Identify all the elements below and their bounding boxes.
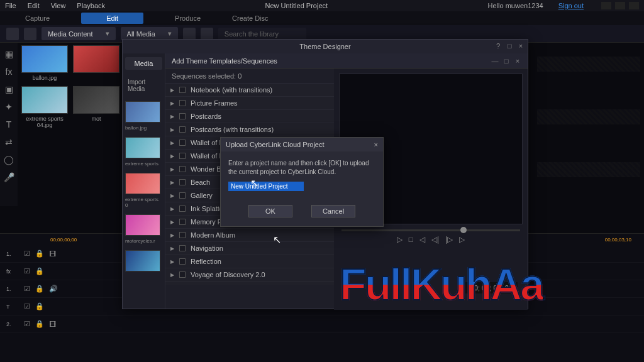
media-tab[interactable]: Media: [125, 57, 162, 70]
minimize-icon[interactable]: —: [491, 57, 499, 65]
tab-edit[interactable]: Edit: [81, 13, 143, 24]
checkbox[interactable]: [179, 192, 186, 199]
theme-thumb[interactable]: [125, 214, 160, 236]
media-thumb[interactable]: extreme sports 04.jpg: [21, 86, 68, 128]
play-icon[interactable]: ▷: [397, 235, 402, 244]
expand-icon[interactable]: ▶: [170, 153, 174, 159]
lock-icon[interactable]: 🔒: [35, 267, 44, 275]
cancel-button[interactable]: Cancel: [311, 205, 355, 217]
checkbox[interactable]: [179, 179, 186, 185]
project-name-input[interactable]: New Untitled Project: [228, 182, 304, 191]
theme-titlebar[interactable]: Theme Designer ? □ ×: [123, 40, 528, 53]
visibility-icon[interactable]: ☑: [24, 320, 30, 328]
visibility-icon[interactable]: ☑: [24, 302, 30, 310]
maximize-icon[interactable]: □: [502, 57, 510, 65]
transition-icon[interactable]: ⇄: [4, 137, 14, 147]
expand-icon[interactable]: ▶: [170, 259, 174, 265]
expand-icon[interactable]: ▶: [170, 206, 174, 212]
close-icon[interactable]: [629, 2, 639, 9]
minimize-icon[interactable]: [601, 2, 611, 9]
lock-icon[interactable]: 🔒: [35, 250, 44, 258]
import-media-button[interactable]: Import Media: [125, 75, 162, 96]
lock-icon[interactable]: 🔒: [35, 302, 44, 310]
audio-icon[interactable]: ◯: [4, 155, 14, 165]
lock-icon[interactable]: 🔒: [35, 320, 44, 328]
checkbox[interactable]: [179, 126, 186, 133]
menu-file[interactable]: File: [5, 2, 16, 9]
help-icon[interactable]: ?: [494, 42, 502, 51]
fx-icon[interactable]: fx: [4, 67, 14, 77]
expand-icon[interactable]: ▶: [170, 193, 174, 199]
media-thumb[interactable]: ballon.jpg: [21, 45, 68, 81]
expand-icon[interactable]: ▶: [170, 233, 174, 238]
checkbox[interactable]: [179, 219, 186, 225]
maximize-icon[interactable]: [615, 2, 625, 9]
menu-view[interactable]: View: [51, 2, 66, 9]
expand-icon[interactable]: ▶: [170, 127, 174, 133]
checkbox[interactable]: [179, 100, 186, 106]
next-icon[interactable]: ▷: [459, 235, 465, 244]
voice-icon[interactable]: 🎤: [4, 172, 14, 182]
import-icon[interactable]: [6, 28, 19, 40]
checkbox[interactable]: [179, 140, 186, 146]
title-icon[interactable]: T: [4, 119, 14, 129]
pip-icon[interactable]: ▣: [4, 84, 14, 94]
checkbox[interactable]: [179, 245, 186, 251]
close-icon[interactable]: ×: [516, 42, 525, 51]
checkbox[interactable]: [179, 113, 186, 119]
expand-icon[interactable]: ▶: [170, 87, 174, 93]
expand-icon[interactable]: ▶: [170, 101, 174, 106]
expand-icon[interactable]: ▶: [170, 140, 174, 146]
tab-produce[interactable]: Produce: [175, 14, 201, 22]
theme-thumb[interactable]: [125, 173, 160, 194]
menu-edit[interactable]: Edit: [28, 2, 40, 9]
theme-thumb[interactable]: [125, 250, 160, 272]
tab-capture[interactable]: Capture: [25, 14, 50, 22]
record-icon[interactable]: [24, 28, 36, 40]
expand-icon[interactable]: ▶: [170, 272, 174, 278]
close-icon[interactable]: ×: [514, 57, 521, 65]
checkbox[interactable]: [179, 206, 186, 212]
stop-icon[interactable]: □: [409, 235, 413, 244]
all-media-dropdown[interactable]: All Media: [121, 27, 178, 40]
close-icon[interactable]: ×: [374, 141, 378, 148]
media-thumb[interactable]: [73, 45, 119, 81]
lock-icon[interactable]: 🔒: [35, 285, 44, 293]
checkbox[interactable]: [179, 166, 186, 172]
menu-bar: File Edit View Playback New Untitled Pro…: [0, 0, 644, 11]
media-content-dropdown[interactable]: Media Content: [42, 27, 116, 40]
media-room-icon[interactable]: ▦: [4, 49, 14, 59]
track-row[interactable]: 2.☑🔒🎞: [0, 315, 644, 333]
tab-create-disc[interactable]: Create Disc: [232, 14, 268, 22]
dialog-titlebar[interactable]: Upload CyberLink Cloud Project ×: [221, 138, 383, 151]
visibility-icon[interactable]: ☑: [24, 267, 30, 275]
visibility-icon[interactable]: ☑: [24, 250, 30, 258]
expand-icon[interactable]: ▶: [170, 167, 174, 172]
ok-button[interactable]: OK: [248, 205, 292, 217]
seek-knob[interactable]: [460, 227, 467, 233]
search-input[interactable]: Search the library: [218, 28, 306, 40]
expand-icon[interactable]: ▶: [170, 180, 174, 185]
particle-icon[interactable]: ✦: [4, 102, 14, 112]
checkbox[interactable]: [179, 87, 186, 93]
checkbox[interactable]: [179, 232, 186, 238]
media-thumb[interactable]: mot: [73, 86, 119, 128]
next-frame-icon[interactable]: |▷: [445, 235, 453, 244]
theme-thumb[interactable]: [125, 101, 160, 123]
maximize-icon[interactable]: □: [505, 42, 514, 51]
checkbox[interactable]: [179, 258, 186, 265]
theme-thumb[interactable]: [125, 137, 160, 158]
checkbox[interactable]: [179, 272, 186, 278]
signout-link[interactable]: Sign out: [558, 2, 584, 9]
seek-bar[interactable]: [341, 229, 520, 231]
expand-icon[interactable]: ▶: [170, 246, 174, 251]
prev-icon[interactable]: ◁: [419, 235, 425, 244]
visibility-icon[interactable]: ☑: [24, 285, 30, 293]
expand-icon[interactable]: ▶: [170, 114, 174, 119]
grid-icon[interactable]: [183, 28, 196, 40]
checkbox[interactable]: [179, 153, 186, 159]
prev-frame-icon[interactable]: ◁|: [431, 235, 439, 244]
expand-icon[interactable]: ▶: [170, 219, 174, 225]
sort-icon[interactable]: [201, 28, 213, 40]
menu-playback[interactable]: Playback: [77, 2, 105, 9]
